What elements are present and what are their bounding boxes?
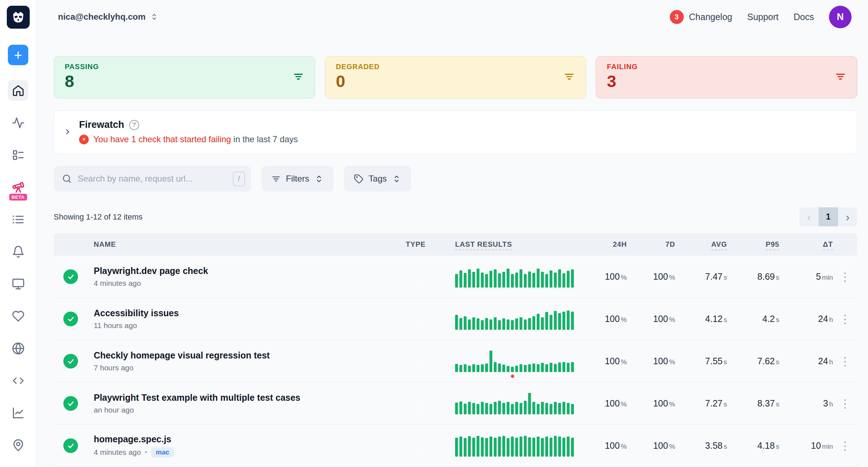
check-name: homepage.spec.js bbox=[94, 434, 406, 444]
metric-p95: 8.37s bbox=[757, 398, 779, 409]
check-name: Checkly homepage visual regression test bbox=[94, 350, 406, 361]
row-menu-button[interactable]: ⋮ bbox=[836, 396, 854, 411]
status-passing-icon bbox=[63, 312, 78, 326]
sidebar-item-analytics[interactable] bbox=[8, 403, 28, 423]
status-passing-icon bbox=[63, 354, 78, 369]
slash-shortcut-key: / bbox=[233, 172, 245, 186]
plus-icon: + bbox=[14, 48, 22, 62]
column-type: TYPE bbox=[406, 240, 455, 249]
chart-icon bbox=[12, 406, 25, 419]
search-box: / bbox=[54, 166, 251, 192]
page-content: PASSING 8 DEGRADED 0 FAILING bbox=[36, 34, 868, 467]
row-menu-button[interactable]: ⋮ bbox=[836, 353, 854, 369]
top-navigation: 3 Changelog Support Docs N bbox=[670, 6, 852, 28]
prev-page-button[interactable]: ‹ bbox=[799, 207, 819, 226]
firewatch-panel: Firewatch ? ✕ You have 1 check that star… bbox=[54, 110, 857, 154]
sidebar-item-alerts[interactable] bbox=[8, 241, 28, 262]
sidebar-item-traces-beta[interactable]: BETA bbox=[8, 177, 28, 197]
row-menu-button[interactable]: ⋮ bbox=[836, 311, 854, 327]
metric-24h: 100% bbox=[605, 356, 627, 366]
results-sparkline bbox=[455, 393, 575, 414]
table-row[interactable]: Accessibility issues11 hours ago 100% 10… bbox=[54, 298, 857, 340]
table-row[interactable]: Playwright.dev page check4 minutes ago 1… bbox=[54, 256, 857, 298]
sidebar-item-status-pages[interactable] bbox=[8, 306, 28, 326]
metric-p95: 4.2s bbox=[762, 314, 779, 324]
tag-icon bbox=[354, 174, 364, 184]
passing-label: PASSING bbox=[65, 63, 99, 71]
firewatch-title: Firewatch bbox=[79, 119, 124, 130]
create-new-button[interactable]: + bbox=[8, 45, 28, 65]
sidebar-item-monitoring[interactable] bbox=[8, 112, 28, 133]
filter-icon bbox=[271, 174, 281, 184]
row-menu-button[interactable]: ⋮ bbox=[836, 438, 854, 454]
filter-icon[interactable] bbox=[835, 71, 846, 84]
list-controls: Showing 1-12 of 12 items ‹ 1 › bbox=[54, 207, 857, 226]
checkly-logo[interactable] bbox=[7, 6, 30, 29]
check-name: Playwright Test example with multiple te… bbox=[94, 393, 406, 403]
sidebar-item-checks[interactable] bbox=[8, 145, 28, 165]
failing-card[interactable]: FAILING 3 bbox=[596, 56, 857, 98]
passing-card[interactable]: PASSING 8 bbox=[54, 56, 315, 98]
kebab-icon: ⋮ bbox=[839, 439, 851, 452]
sidebar-item-snippets[interactable] bbox=[8, 370, 28, 391]
next-page-button[interactable]: › bbox=[838, 207, 857, 226]
beta-badge: BETA bbox=[9, 194, 27, 201]
filters-button[interactable]: Filters bbox=[262, 166, 333, 192]
search-input[interactable] bbox=[78, 174, 228, 184]
metric-7d: 100% bbox=[653, 314, 675, 324]
metric-avg: 7.27s bbox=[705, 398, 727, 409]
metric-dt: 10min bbox=[811, 440, 833, 451]
current-page-button[interactable]: 1 bbox=[819, 207, 838, 226]
check-name: Accessibility issues bbox=[94, 308, 406, 318]
table-row[interactable]: homepage.spec.js 4 minutes ago • mac 100… bbox=[54, 425, 857, 467]
main-area: nica@checklyhq.com 3 Changelog Support D… bbox=[36, 0, 868, 467]
metric-dt: 24h bbox=[818, 314, 833, 324]
checks-table: NAME TYPE LAST RESULTS 24H 7D AVG P95 ΔT… bbox=[54, 233, 857, 467]
monitor-icon bbox=[12, 278, 25, 290]
help-icon[interactable]: ? bbox=[129, 120, 139, 130]
tags-button[interactable]: Tags bbox=[344, 166, 411, 192]
expand-chevron-icon[interactable] bbox=[63, 127, 72, 136]
results-sparkline bbox=[455, 351, 575, 372]
sidebar-nav: BETA bbox=[8, 80, 28, 455]
toolbar: / Filters Tags bbox=[54, 166, 857, 192]
row-menu-button[interactable]: ⋮ bbox=[836, 269, 854, 285]
sidebar-item-maintenance[interactable] bbox=[8, 209, 28, 230]
chevron-up-down-icon bbox=[150, 13, 159, 21]
kebab-icon: ⋮ bbox=[839, 355, 851, 368]
table-row[interactable]: Playwright Test example with multiple te… bbox=[54, 382, 857, 425]
filter-icon[interactable] bbox=[564, 71, 575, 84]
changelog-count-badge: 3 bbox=[670, 10, 684, 24]
failing-label: FAILING bbox=[607, 63, 638, 71]
check-meta: 7 hours ago bbox=[94, 364, 133, 372]
chevron-up-down-icon bbox=[314, 174, 324, 184]
results-sparkline bbox=[455, 435, 575, 457]
failing-count: 3 bbox=[607, 72, 638, 91]
chevron-right-icon: › bbox=[846, 211, 850, 223]
metric-7d: 100% bbox=[653, 440, 675, 451]
metric-7d: 100% bbox=[653, 398, 675, 409]
metric-dt: 24h bbox=[818, 356, 833, 366]
avatar-initial: N bbox=[837, 11, 844, 23]
avatar[interactable]: N bbox=[829, 6, 852, 28]
changelog-link[interactable]: 3 Changelog bbox=[670, 10, 732, 24]
column-dt: ΔT bbox=[823, 240, 833, 249]
metric-dt: 5min bbox=[816, 271, 833, 282]
table-row[interactable]: Checkly homepage visual regression test7… bbox=[54, 340, 857, 382]
filter-icon[interactable] bbox=[293, 71, 304, 84]
metric-avg: 7.55s bbox=[705, 356, 727, 366]
degraded-count: 0 bbox=[336, 72, 380, 91]
sidebar-item-dashboards[interactable] bbox=[8, 274, 28, 294]
docs-link[interactable]: Docs bbox=[794, 12, 814, 22]
column-name: NAME bbox=[94, 240, 406, 249]
degraded-card[interactable]: DEGRADED 0 bbox=[325, 56, 586, 98]
degraded-label: DEGRADED bbox=[336, 63, 380, 71]
sidebar-item-locations[interactable] bbox=[8, 435, 28, 455]
account-switcher[interactable]: nica@checklyhq.com bbox=[58, 12, 159, 22]
column-last-results: LAST RESULTS bbox=[455, 240, 580, 249]
sidebar-item-home[interactable] bbox=[8, 80, 28, 101]
sidebar-item-private-locations[interactable] bbox=[8, 338, 28, 358]
support-link[interactable]: Support bbox=[747, 12, 779, 22]
activity-icon bbox=[12, 116, 25, 129]
home-icon bbox=[12, 84, 25, 97]
